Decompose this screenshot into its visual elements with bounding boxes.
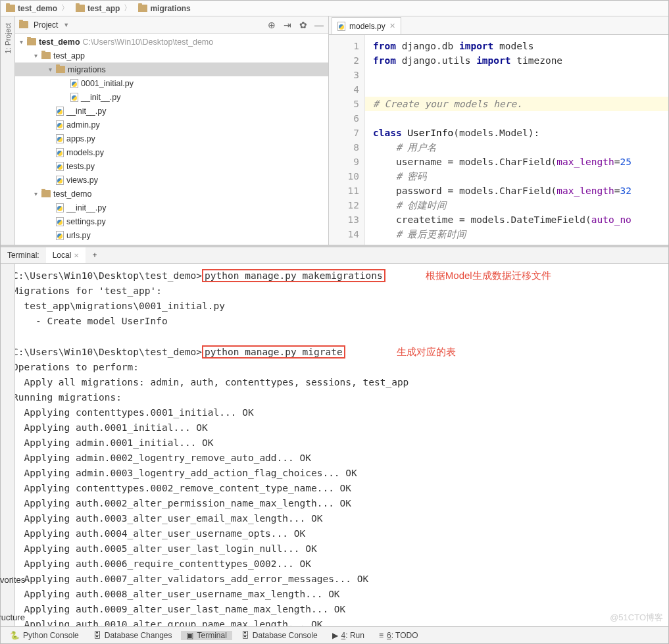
python-file-icon: [56, 231, 64, 240]
project-toolbar: Project ▼ ⊕ ⇥ ✿ —: [15, 16, 328, 34]
project-panel: Project ▼ ⊕ ⇥ ✿ — ▾test_demo C:\Users\Wi…: [15, 16, 329, 245]
collapse-icon[interactable]: ⇥: [282, 20, 293, 30]
editor-tabs: models.py ✕: [329, 16, 668, 35]
python-file-icon: [70, 93, 78, 102]
line-gutter: 1234567891011121314: [329, 35, 365, 245]
tree-item[interactable]: settings.py: [15, 214, 328, 228]
folder-icon: [19, 21, 28, 28]
project-tree[interactable]: ▾test_demo C:\Users\Win10\Desktop\test_d…: [15, 34, 328, 245]
tree-item[interactable]: __init__.py: [15, 90, 328, 104]
hide-icon[interactable]: —: [314, 20, 324, 30]
python-file-icon: [70, 79, 78, 88]
close-icon[interactable]: ✕: [74, 252, 79, 259]
watermark: @51CTO博客: [610, 612, 663, 624]
tree-item[interactable]: __init__.py: [15, 104, 328, 118]
python-file-icon: [56, 148, 64, 157]
tree-item[interactable]: models.py: [15, 145, 328, 159]
terminal-panel: Terminal: Local✕ + C:\Users\Win10\Deskto…: [1, 245, 668, 626]
python-file-icon: [337, 22, 345, 31]
python-file-icon: [56, 120, 64, 130]
folder-icon: [41, 190, 51, 197]
locate-icon[interactable]: ⊕: [266, 20, 277, 30]
python-file-icon: [56, 176, 64, 185]
tree-item[interactable]: apps.py: [15, 132, 328, 145]
status-bar: 🐍Python Console🗄Database Changes▣Termina…: [1, 626, 668, 643]
breadcrumb-item[interactable]: test_demo〉: [3, 3, 73, 14]
terminal-label: Terminal:: [1, 247, 46, 263]
folder-icon: [41, 52, 51, 59]
editor-panel: models.py ✕ 1234567891011121314 from dja…: [329, 16, 668, 245]
tree-item[interactable]: ▾migrations: [15, 62, 328, 76]
tree-item[interactable]: admin.py: [15, 118, 328, 132]
code-area[interactable]: 1234567891011121314 from django.db impor…: [329, 35, 668, 245]
statusbar-item[interactable]: 🗄Database Console: [236, 631, 323, 640]
tab-label: models.py: [349, 22, 385, 31]
python-file-icon: [56, 162, 64, 171]
statusbar-item[interactable]: ▣Terminal: [181, 631, 232, 640]
statusbar-item[interactable]: 🐍Python Console: [5, 631, 84, 640]
tree-item[interactable]: ▾test_demo: [15, 187, 328, 201]
left-tool-gutter: 1: Project: [1, 16, 15, 245]
breadcrumb-item[interactable]: migrations: [136, 4, 193, 13]
python-file-icon: [56, 217, 64, 226]
statusbar-item[interactable]: ▶4: Run: [327, 631, 370, 640]
todo-icon: ≡: [379, 631, 384, 640]
python-file-icon: [56, 134, 64, 143]
db-icon: 🗄: [241, 631, 249, 640]
python-file-icon: [56, 203, 64, 212]
statusbar-item[interactable]: 🗄Database Changes: [88, 631, 178, 640]
python-file-icon: [56, 245, 64, 245]
snake-icon: 🐍: [10, 631, 20, 640]
side-tab-project[interactable]: 1: Project: [4, 20, 12, 56]
tree-item[interactable]: __init__.py: [15, 201, 328, 214]
terminal-tabs: Terminal: Local✕ +: [1, 247, 668, 264]
tree-item[interactable]: urls.py: [15, 228, 328, 242]
terminal-add-tab[interactable]: +: [86, 247, 103, 263]
terminal-body[interactable]: C:\Users\Win10\Desktop\test_demo>python …: [1, 264, 668, 626]
close-icon[interactable]: ✕: [389, 22, 395, 30]
gear-icon[interactable]: ✿: [298, 20, 309, 30]
statusbar-item[interactable]: ≡6: TODO: [374, 631, 424, 640]
side-tab-favorites[interactable]: 2: Favorites ★: [0, 565, 25, 595]
folder-icon: [6, 5, 15, 12]
tab-models-py[interactable]: models.py ✕: [332, 17, 401, 34]
side-tab-structure[interactable]: 7: Structure: [0, 603, 25, 622]
term-icon: ▣: [186, 631, 193, 640]
python-file-icon: [56, 107, 64, 116]
tree-item[interactable]: tests.py: [15, 159, 328, 173]
left-bottom-gutter: 2: Favorites ★ 7: Structure: [1, 264, 15, 626]
breadcrumb-item[interactable]: test_app〉: [73, 3, 136, 14]
tree-item[interactable]: 0001_initial.py: [15, 76, 328, 90]
code-content[interactable]: from django.db import models from django…: [365, 35, 668, 245]
breadcrumb-bar: test_demo〉test_app〉migrations: [1, 1, 668, 16]
tree-root[interactable]: ▾test_demo C:\Users\Win10\Desktop\test_d…: [15, 35, 328, 49]
project-dropdown[interactable]: Project: [34, 20, 58, 30]
db-icon: 🗄: [93, 631, 101, 640]
run-icon: ▶: [332, 631, 338, 640]
terminal-tab-local[interactable]: Local✕: [46, 247, 86, 263]
folder-icon: [56, 66, 65, 73]
folder-icon: [76, 5, 85, 12]
tree-item[interactable]: views.py: [15, 173, 328, 187]
tree-item[interactable]: ▾test_app: [15, 49, 328, 62]
folder-icon: [138, 5, 147, 12]
chevron-down-icon[interactable]: ▼: [63, 22, 69, 28]
